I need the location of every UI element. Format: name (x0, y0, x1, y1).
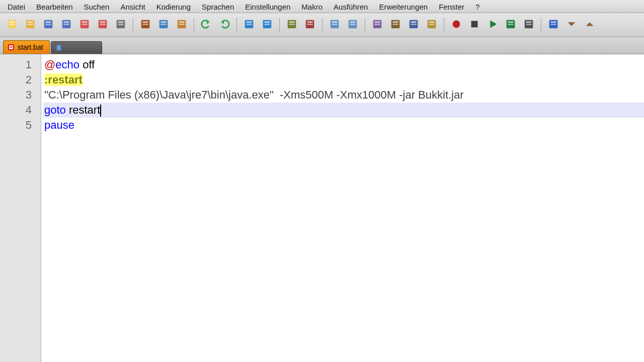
tab-bar: start.bat (0, 37, 644, 54)
toolbar (0, 13, 644, 37)
close-file-icon (78, 18, 91, 32)
svg-rect-52 (392, 21, 398, 23)
new-file-button[interactable] (4, 17, 21, 34)
menu-kodierung[interactable]: Kodierung (151, 0, 196, 13)
record-icon (450, 18, 462, 32)
svg-rect-14 (82, 24, 87, 25)
svg-rect-50 (374, 24, 380, 25)
stop-icon (468, 18, 480, 32)
close-all-button[interactable] (94, 17, 111, 34)
find-icon (243, 18, 255, 32)
svg-rect-67 (526, 24, 531, 25)
toolbar-separator (444, 18, 444, 33)
undo-icon (200, 18, 212, 32)
indent-guide-button[interactable] (405, 17, 422, 34)
svg-point-60 (453, 20, 460, 28)
svg-rect-32 (246, 24, 252, 25)
menu-ausführen[interactable]: Ausführen (328, 0, 373, 13)
sync-h-button[interactable] (344, 17, 361, 34)
svg-rect-26 (160, 24, 166, 25)
menu-makro[interactable]: Makro (296, 0, 328, 13)
svg-rect-76 (57, 45, 61, 50)
redo-button[interactable] (216, 17, 233, 34)
code-line[interactable]: goto restart (43, 103, 644, 118)
replace-button[interactable] (259, 17, 276, 34)
svg-rect-29 (179, 24, 184, 25)
tab-active[interactable]: start.bat (3, 40, 50, 54)
doc-map-icon (426, 18, 438, 32)
open-file-button[interactable] (22, 17, 39, 34)
svg-rect-11 (63, 24, 69, 25)
save-button[interactable] (40, 17, 57, 34)
toggle-button[interactable] (520, 17, 537, 34)
svg-rect-19 (118, 21, 123, 23)
wrap-button[interactable] (369, 17, 386, 34)
menu-datei[interactable]: Datei (2, 0, 31, 13)
code-line[interactable]: @echo off (43, 57, 644, 72)
svg-rect-40 (307, 21, 312, 23)
svg-rect-10 (63, 21, 69, 23)
undo-button[interactable] (198, 17, 215, 34)
play-multi-icon (505, 18, 517, 32)
func-list-button[interactable] (545, 17, 562, 34)
line-number: 3 (0, 87, 32, 103)
token-lbl: :restart (44, 73, 83, 86)
cut-button[interactable] (137, 17, 154, 34)
zoom-out-icon (304, 18, 316, 32)
toolbar-separator (279, 18, 280, 33)
show-all-button[interactable] (387, 17, 404, 34)
copy-button[interactable] (155, 17, 172, 34)
menu-ansicht[interactable]: Ansicht (115, 0, 150, 13)
editor[interactable]: 12345 @echo off:restart"C:\Program Files… (0, 54, 644, 362)
toolbar-separator (133, 18, 133, 33)
toolbar-separator (541, 18, 541, 33)
svg-rect-53 (392, 24, 398, 25)
paste-button[interactable] (173, 17, 190, 34)
play-multi-button[interactable] (502, 17, 519, 34)
code-line[interactable]: pause (43, 118, 644, 133)
svg-rect-31 (246, 21, 252, 23)
svg-rect-17 (100, 24, 105, 25)
stop-button[interactable] (466, 17, 483, 34)
close-file-button[interactable] (76, 17, 93, 34)
sync-h-icon (347, 18, 359, 32)
record-button[interactable] (448, 17, 465, 34)
svg-rect-55 (411, 21, 416, 23)
file-icon (55, 44, 62, 51)
sync-v-button[interactable] (326, 17, 343, 34)
svg-rect-70 (550, 24, 556, 25)
fold-all-icon (566, 18, 578, 32)
menu-sprachen[interactable]: Sprachen (196, 0, 239, 13)
menu-einstellungen[interactable]: Einstellungen (239, 0, 296, 13)
code-area[interactable]: @echo off:restart"C:\Program Files (x86)… (41, 54, 644, 362)
token-at: @ (44, 58, 55, 71)
menu-?[interactable]: ? (470, 0, 485, 13)
unfold-all-button[interactable] (581, 17, 598, 34)
code-line[interactable]: :restart (43, 72, 644, 87)
svg-rect-7 (45, 21, 51, 23)
save-all-icon (60, 18, 72, 32)
print-button[interactable] (112, 17, 129, 34)
zoom-in-button[interactable] (283, 17, 300, 34)
doc-map-button[interactable] (423, 17, 440, 34)
code-line[interactable]: "C:\Program Files (x86)\Java\jre7\bin\ja… (43, 87, 644, 103)
menu-suchen[interactable]: Suchen (78, 0, 115, 13)
save-all-button[interactable] (58, 17, 75, 34)
func-list-icon (547, 18, 559, 32)
zoom-in-icon (286, 18, 298, 32)
play-button[interactable] (484, 17, 501, 34)
svg-rect-58 (429, 21, 434, 23)
svg-rect-5 (27, 24, 33, 25)
zoom-out-button[interactable] (301, 17, 318, 34)
find-button[interactable] (240, 17, 258, 34)
tab-inactive[interactable] (51, 41, 102, 54)
menubar: DateiBearbeitenSuchenAnsichtKodierungSpr… (0, 0, 644, 13)
show-all-icon (389, 18, 401, 32)
fold-all-button[interactable] (563, 17, 580, 34)
menu-bearbeiten[interactable]: Bearbeiten (31, 0, 78, 13)
tab-active-label: start.bat (18, 43, 43, 51)
svg-rect-63 (508, 21, 513, 23)
menu-fenster[interactable]: Fenster (433, 0, 470, 13)
menu-erweiterungen[interactable]: Erweiterungen (373, 0, 433, 13)
svg-rect-41 (307, 24, 312, 25)
